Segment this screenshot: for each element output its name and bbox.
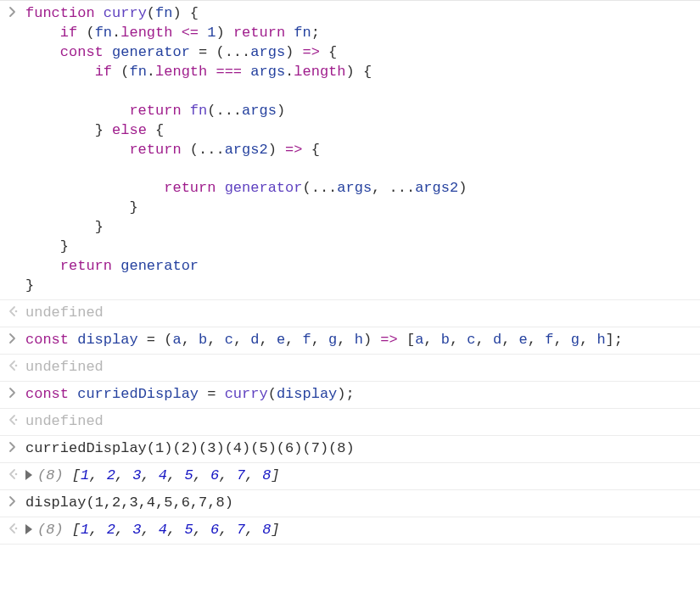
result-icon — [3, 304, 22, 317]
console-row: const display = (a, b, c, d, e, f, g, h)… — [0, 327, 700, 355]
console-row: curriedDisplay(1)(2)(3)(4)(5)(6)(7)(8) — [0, 436, 700, 463]
array-item: 3 — [132, 467, 141, 483]
array-item: 6 — [210, 522, 219, 538]
svg-point-2 — [15, 419, 18, 422]
console-input[interactable]: display(1,2,3,4,5,6,7,8) — [22, 494, 693, 513]
console-output: undefined — [22, 412, 693, 432]
expand-icon[interactable] — [25, 524, 32, 534]
svg-point-1 — [15, 365, 18, 367]
array-item: 7 — [237, 522, 245, 538]
result-icon — [3, 358, 22, 372]
devtools-console[interactable]: function curry(fn) { if (fn.length <= 1)… — [0, 0, 700, 545]
array-length: (8) — [37, 467, 72, 483]
prompt-icon — [3, 494, 22, 507]
console-row: function curry(fn) { if (fn.length <= 1)… — [0, 1, 700, 300]
array-item: 2 — [107, 467, 115, 483]
result-icon — [3, 521, 22, 534]
console-row: (8) [1, 2, 3, 4, 5, 6, 7, 8] — [0, 463, 700, 490]
array-item: 1 — [81, 522, 89, 538]
console-row: display(1,2,3,4,5,6,7,8) — [0, 490, 700, 517]
console-output: undefined — [22, 304, 693, 323]
console-input[interactable]: function curry(fn) { if (fn.length <= 1)… — [22, 4, 693, 296]
undefined-value: undefined — [25, 304, 104, 321]
console-row: undefined — [0, 355, 700, 382]
array-length: (8) — [37, 522, 72, 538]
console-row: (8) [1, 2, 3, 4, 5, 6, 7, 8] — [0, 517, 700, 545]
console-input[interactable]: const display = (a, b, c, d, e, f, g, h)… — [22, 331, 693, 350]
console-row: const curriedDisplay = curry(display); — [0, 382, 700, 409]
undefined-value: undefined — [25, 359, 104, 375]
console-output-array[interactable]: (8) [1, 2, 3, 4, 5, 6, 7, 8] — [22, 467, 693, 486]
svg-point-0 — [15, 310, 18, 313]
svg-point-3 — [15, 472, 18, 475]
console-row: undefined — [0, 300, 700, 327]
array-item: 1 — [81, 467, 89, 483]
prompt-icon — [3, 385, 22, 399]
array-item: 4 — [159, 467, 167, 483]
undefined-value: undefined — [25, 413, 104, 429]
console-row: undefined — [0, 409, 700, 436]
array-item: 3 — [132, 522, 141, 538]
console-output: undefined — [22, 358, 693, 377]
array-item: 6 — [210, 467, 219, 483]
array-item: 8 — [262, 522, 271, 538]
prompt-icon — [3, 331, 22, 344]
array-item: 8 — [262, 467, 271, 483]
result-icon — [3, 412, 22, 426]
console-output-array[interactable]: (8) [1, 2, 3, 4, 5, 6, 7, 8] — [22, 521, 693, 540]
console-input[interactable]: curriedDisplay(1)(2)(3)(4)(5)(6)(7)(8) — [22, 439, 693, 459]
svg-point-4 — [15, 527, 18, 529]
array-item: 4 — [159, 522, 167, 538]
expand-icon[interactable] — [25, 470, 32, 480]
array-item: 5 — [184, 467, 193, 483]
prompt-icon — [3, 439, 22, 453]
result-icon — [3, 467, 22, 480]
prompt-icon — [3, 4, 22, 18]
console-input[interactable]: const curriedDisplay = curry(display); — [22, 385, 693, 405]
array-item: 5 — [184, 522, 193, 538]
array-item: 2 — [107, 522, 115, 538]
array-item: 7 — [237, 467, 245, 483]
